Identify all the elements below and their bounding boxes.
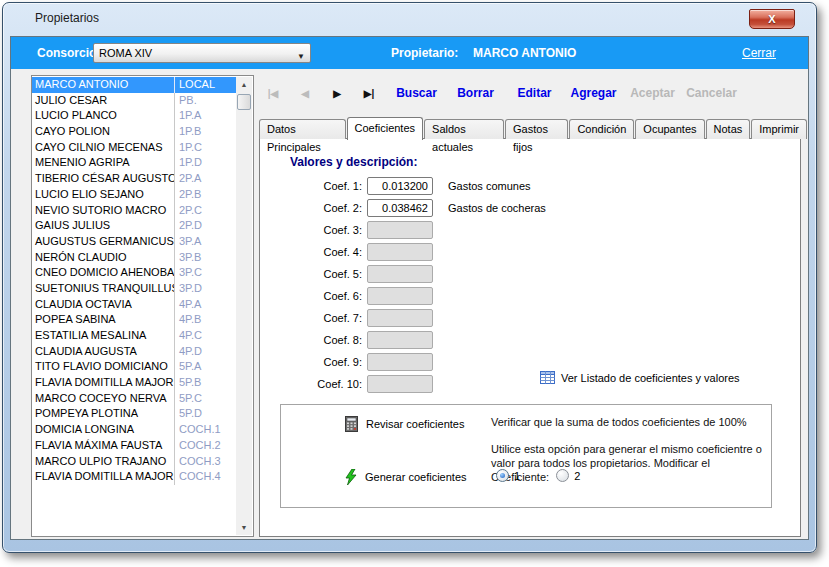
list-item[interactable]: NEVIO SUTORIO MACRO2P.C bbox=[32, 203, 236, 219]
cerrar-link[interactable]: Cerrar bbox=[742, 46, 776, 60]
coef-row: Coef. 3: bbox=[260, 219, 546, 241]
tab-imprimir[interactable]: Imprimir bbox=[751, 119, 807, 139]
consorcio-label: Consorcio: bbox=[37, 46, 100, 60]
list-item[interactable]: FLAVIA DOMITILLA MAJORCOCH.4 bbox=[32, 469, 236, 485]
owner-unit: LOCAL bbox=[174, 77, 236, 93]
coef-label: Coef. 7: bbox=[260, 312, 367, 324]
list-item[interactable]: TIBERIO CÉSAR AUGUSTO2P.A bbox=[32, 171, 236, 187]
coef-label: Coef. 3: bbox=[260, 224, 367, 236]
owner-unit: 2P.C bbox=[174, 203, 236, 219]
tab-datos-principales[interactable]: Datos Principales bbox=[259, 119, 346, 139]
radio-icon bbox=[556, 469, 569, 482]
list-item[interactable]: CLAUDIA OCTAVIA4P.A bbox=[32, 297, 236, 313]
coef-description: Gastos de cocheras bbox=[433, 202, 546, 214]
list-item[interactable]: CAYO CILNIO MECENAS1P.C bbox=[32, 140, 236, 156]
list-item[interactable]: NERÓN CLAUDIO3P.B bbox=[32, 250, 236, 266]
tools-groupbox: Revisar coeficientes Verificar que la su… bbox=[280, 404, 772, 508]
nav-prev-button: ◀ bbox=[291, 88, 319, 99]
editar-button[interactable]: Editar bbox=[505, 86, 564, 100]
list-item[interactable]: POMPEYA PLOTINA5P.D bbox=[32, 406, 236, 422]
revisar-coeficientes-button[interactable]: Revisar coeficientes bbox=[345, 416, 464, 432]
generar-coeficientes-button[interactable]: Generar coeficientes bbox=[345, 469, 467, 485]
list-item[interactable]: TITO FLAVIO DOMICIANO5P.A bbox=[32, 359, 236, 375]
coef-input[interactable] bbox=[367, 199, 433, 217]
tab-ocupantes[interactable]: Ocupantes bbox=[635, 119, 704, 139]
consorcio-select[interactable]: ROMA XIV ▼ bbox=[93, 43, 311, 63]
list-item[interactable]: GAIUS JULIUS2P.D bbox=[32, 218, 236, 234]
scroll-up-icon[interactable]: ▲ bbox=[236, 77, 252, 92]
tab-notas[interactable]: Notas bbox=[706, 119, 751, 139]
list-item[interactable]: AUGUSTUS GERMANICUS3P.A bbox=[32, 234, 236, 250]
ver-listado-button[interactable]: Ver Listado de coeficientes y valores bbox=[540, 371, 740, 384]
owner-unit: 3P.B bbox=[174, 250, 236, 266]
owner-unit: 1P.C bbox=[174, 140, 236, 156]
coef-label: Coef. 1: bbox=[260, 180, 367, 192]
title-bar[interactable]: Propietarios X bbox=[3, 3, 816, 35]
app-window: Propietarios X Consorcio: ROMA XIV ▼ Pro… bbox=[2, 2, 817, 553]
tab-condici-n[interactable]: Condición bbox=[569, 119, 634, 139]
owner-unit: 4P.D bbox=[174, 344, 236, 360]
list-item[interactable]: MARCO ULPIO TRAJANOCOCH.3 bbox=[32, 454, 236, 470]
tab-gastos-fijos[interactable]: Gastos fijos bbox=[505, 119, 568, 139]
owner-name: ESTATILIA MESALINA bbox=[32, 328, 174, 344]
list-item[interactable]: DOMICIA LONGINACOCH.1 bbox=[32, 422, 236, 438]
list-item[interactable]: FLAVIA DOMITILLA MAJOR5P.B bbox=[32, 375, 236, 391]
propietario-label: Propietario: bbox=[391, 46, 458, 60]
owner-name: CAYO CILNIO MECENAS bbox=[32, 140, 174, 156]
list-item[interactable]: SUETONIUS TRANQUILLUS3P.D bbox=[32, 281, 236, 297]
close-button[interactable]: X bbox=[749, 9, 795, 29]
generar-label: Generar coeficientes bbox=[365, 471, 467, 483]
scrollbar-thumb[interactable] bbox=[237, 94, 251, 110]
borrar-button[interactable]: Borrar bbox=[446, 86, 505, 100]
list-item[interactable]: LUCIO ELIO SEJANO2P.B bbox=[32, 187, 236, 203]
coef-input[interactable] bbox=[367, 177, 433, 195]
coef-label: Coef. 9: bbox=[260, 356, 367, 368]
coef-radio-2[interactable]: 2 bbox=[551, 469, 580, 482]
list-item[interactable]: MARCO ANTONIOLOCAL bbox=[32, 77, 236, 93]
coef-input bbox=[367, 353, 433, 371]
tab-coeficientes[interactable]: Coeficientes bbox=[347, 117, 424, 140]
coef-row: Coef. 9: bbox=[260, 351, 546, 373]
list-item[interactable]: MENENIO AGRIPA1P.D bbox=[32, 155, 236, 171]
owner-name: POMPEYA PLOTINA bbox=[32, 406, 174, 422]
coef-row: Coef. 7: bbox=[260, 307, 546, 329]
list-item[interactable]: LUCIO PLANCO1P.A bbox=[32, 108, 236, 124]
propietario-value: MARCO ANTONIO bbox=[473, 46, 576, 60]
owner-unit: 4P.B bbox=[174, 312, 236, 328]
nav-first-button: |◀ bbox=[259, 88, 287, 99]
list-item[interactable]: CAYO POLION1P.B bbox=[32, 124, 236, 140]
coef-label: Coef. 5: bbox=[260, 268, 367, 280]
window-title: Propietarios bbox=[35, 11, 99, 25]
coef-input bbox=[367, 331, 433, 349]
owner-name: FLAVIA DOMITILLA MAJOR bbox=[32, 375, 174, 391]
coef-row: Coef. 6: bbox=[260, 285, 546, 307]
list-item[interactable]: CLAUDIA AUGUSTA4P.D bbox=[32, 344, 236, 360]
revisar-label: Revisar coeficientes bbox=[366, 418, 464, 430]
nav-last-button[interactable]: ▶| bbox=[355, 88, 383, 99]
list-item[interactable]: POPEA SABINA4P.B bbox=[32, 312, 236, 328]
list-item[interactable]: JULIO CESARPB. bbox=[32, 93, 236, 109]
list-item[interactable]: MARCO COCEYO NERVA5P.C bbox=[32, 391, 236, 407]
coef-label: Coef. 2: bbox=[260, 202, 367, 214]
agregar-button[interactable]: Agregar bbox=[564, 86, 623, 100]
coef-row: Coef. 8: bbox=[260, 329, 546, 351]
buscar-button[interactable]: Buscar bbox=[387, 86, 446, 100]
scroll-down-icon[interactable]: ▼ bbox=[236, 520, 252, 535]
list-scrollbar[interactable]: ▲ ▼ bbox=[236, 77, 252, 535]
owner-name: TIBERIO CÉSAR AUGUSTO bbox=[32, 171, 174, 187]
coef-input bbox=[367, 375, 433, 393]
tab-saldos-actuales[interactable]: Saldos actuales bbox=[424, 119, 504, 139]
owner-name: NERÓN CLAUDIO bbox=[32, 250, 174, 266]
list-item[interactable]: CNEO DOMICIO AHENOBARBO3P.C bbox=[32, 265, 236, 281]
generar-hint-line1: Utilice esta opción para generar el mism… bbox=[491, 442, 771, 456]
owner-unit: 2P.B bbox=[174, 187, 236, 203]
owner-name: GAIUS JULIUS bbox=[32, 218, 174, 234]
owner-name: TITO FLAVIO DOMICIANO bbox=[32, 359, 174, 375]
list-item[interactable]: ESTATILIA MESALINA4P.C bbox=[32, 328, 236, 344]
coef-label: Coef. 8: bbox=[260, 334, 367, 346]
nav-next-button[interactable]: ▶ bbox=[323, 88, 351, 99]
coef-radio-1[interactable]: 1 bbox=[491, 469, 520, 482]
owner-name: POPEA SABINA bbox=[32, 312, 174, 328]
list-item[interactable]: FLAVIA MÁXIMA FAUSTACOCH.2 bbox=[32, 438, 236, 454]
radio-label: 1 bbox=[514, 470, 520, 482]
